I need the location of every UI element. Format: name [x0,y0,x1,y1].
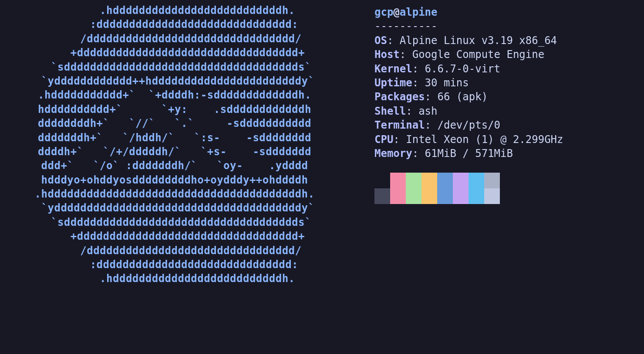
separator-line: ---------- [374,19,563,33]
info-line: Packages: 66 (apk) [374,90,563,104]
at-symbol: @ [393,6,399,18]
system-info-panel: gcp@alpine ---------- OS: Alpine Linux v… [348,3,563,354]
info-line: CPU: Intel Xeon (1) @ 2.299GHz [374,133,563,146]
color-swatch [390,188,406,204]
ascii-logo: .hddddddddddddddddddddddddddh. :dddddddd… [0,3,348,354]
color-swatch [469,188,484,204]
info-line: Host: Google Compute Engine [374,48,563,61]
info-value: 61MiB / 571MiB [425,147,513,160]
color-swatch [390,173,406,188]
color-swatch [453,188,469,204]
color-swatch [421,173,437,188]
info-line: Memory: 61MiB / 571MiB [374,146,563,160]
info-line: Kernel: 6.6.7-0-virt [374,62,563,76]
info-value: Alpine Linux v3.19 x86_64 [400,34,557,47]
color-swatch [421,188,437,204]
info-line: Shell: ash [374,104,563,118]
info-line: Terminal: /dev/pts/0 [374,118,563,132]
color-swatch [484,188,500,204]
info-label: OS [374,34,387,47]
color-swatch [469,173,484,188]
info-value: Intel Xeon (1) @ 2.299GHz [406,133,563,146]
info-value: ash [418,105,437,117]
info-value: Google Compute Engine [412,48,544,61]
color-swatch [437,188,453,204]
color-swatch [453,173,469,188]
info-value: /dev/pts/0 [438,119,501,131]
info-block: OS: Alpine Linux v3.19 x86_64Host: Googl… [374,34,563,161]
info-label: Host [374,48,400,61]
user-host-line: gcp@alpine [374,5,563,19]
palette-row-bright [374,188,563,204]
info-value: 30 mins [425,77,469,89]
info-label: Memory [374,147,412,160]
info-value: 6.6.7-0-virt [425,63,500,75]
info-label: Shell [374,105,406,117]
info-value: 66 (apk) [438,91,488,103]
username: gcp [374,6,393,18]
palette-row-normal [374,173,563,188]
color-swatch [374,173,390,188]
color-swatch [437,173,453,188]
color-swatch [374,188,390,204]
color-swatch [406,188,421,204]
color-swatch [484,173,500,188]
hostname: alpine [400,6,438,18]
info-label: CPU [374,133,393,146]
info-line: Uptime: 30 mins [374,76,563,90]
info-label: Kernel [374,63,412,75]
info-label: Packages [374,91,425,103]
info-line: OS: Alpine Linux v3.19 x86_64 [374,34,563,48]
info-label: Terminal [374,119,425,131]
info-label: Uptime [374,77,412,89]
color-swatch [406,173,421,188]
color-palette [374,173,563,204]
